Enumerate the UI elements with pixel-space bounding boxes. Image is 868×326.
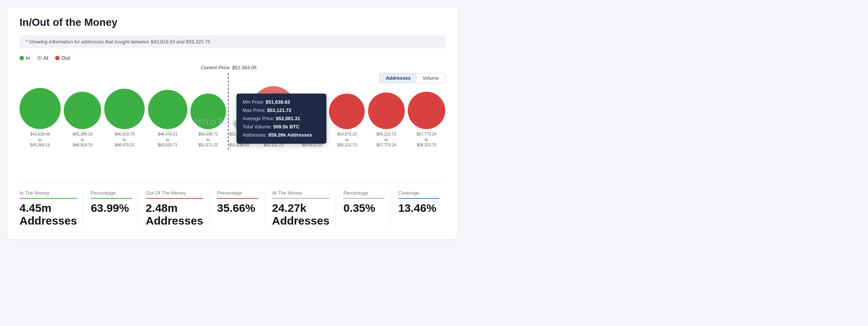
bubble-col-4: $50,020.71 to $51,571.22 xyxy=(190,94,226,148)
current-price-label: Current Price: $51,583.05 xyxy=(201,65,257,70)
summary-label-at-money: At The Money xyxy=(272,190,329,199)
summary-label-coverage: Coverage xyxy=(398,190,439,199)
bubble-col-9: $56,222.73 to $57,773.24 xyxy=(368,92,405,148)
summary-value-in-pct: 63.99% xyxy=(91,202,132,214)
summary-row: In The Money 4.45m Addresses Percentage … xyxy=(19,182,445,227)
tooltip-max: Max Price: $53,121.72 xyxy=(242,106,320,115)
summary-col-at-pct: Percentage 0.35% xyxy=(335,190,390,227)
summary-value-at-pct: 0.35% xyxy=(343,202,384,214)
summary-value-coverage: 13.46% xyxy=(398,202,439,214)
chart-area: intoTheBlock Current Price: $51,583.05 M… xyxy=(19,73,445,170)
legend-item-out: Out xyxy=(55,55,70,61)
page-title: In/Out of the Money xyxy=(19,16,445,28)
summary-label-in-money: In The Money xyxy=(19,190,77,199)
bubble-col-8: $54,672.23 to $56,222.73 xyxy=(329,94,365,148)
summary-label-in-pct: Percentage xyxy=(91,190,132,199)
legend-dot-in xyxy=(19,56,24,60)
summary-col-out-pct: Percentage 35.66% xyxy=(209,190,264,227)
bubble-col-2: $46,919.70 to $48,470.21 xyxy=(104,89,145,148)
tooltip-avg: Average Price: $52,081.31 xyxy=(242,115,320,123)
bubble-0 xyxy=(19,88,61,129)
bubble-col-0: $43,818.69 to $45,369.19 xyxy=(19,88,61,148)
legend-label-out: Out xyxy=(61,55,70,61)
summary-label-out-money: Out Of The Money xyxy=(146,190,203,199)
price-range-1: $45,369.19 to $46,919.70 xyxy=(73,131,93,148)
summary-col-coverage: Coverage 13.46% xyxy=(391,190,445,227)
price-range-0: $43,818.69 to $45,369.19 xyxy=(30,131,50,148)
bubble-col-10: $57,773.24 to $59,323.75 xyxy=(408,92,445,148)
tooltip-vol: Total Volume: 509.5k BTC xyxy=(242,123,320,131)
price-range-3: $48,470.21 to $50,020.71 xyxy=(158,131,178,148)
bubble-1 xyxy=(64,92,101,129)
price-range-2: $46,919.70 to $48,470.21 xyxy=(115,131,135,148)
price-range-8: $54,672.23 to $56,222.73 xyxy=(337,131,357,148)
bubble-8 xyxy=(329,94,365,129)
summary-col-in-money: In The Money 4.45m Addresses xyxy=(19,190,83,227)
bubbles-row: $43,818.69 to $45,369.19 $45,369.19 to $… xyxy=(19,73,445,148)
price-range-10: $57,773.24 to $59,323.75 xyxy=(417,131,437,148)
summary-col-at-money: At The Money 24.27k Addresses xyxy=(264,190,335,227)
legend-dot-at xyxy=(37,56,42,60)
bubble-col-1: $45,369.19 to $46,919.70 xyxy=(64,92,101,148)
summary-col-in-pct: Percentage 63.99% xyxy=(83,190,138,227)
legend-label-in: In xyxy=(26,55,30,61)
tooltip-min: Min Price: $51,638.63 xyxy=(242,98,320,106)
bubble-3 xyxy=(148,90,187,129)
current-price-line: Current Price: $51,583.05 xyxy=(228,73,229,150)
legend-item-at: At xyxy=(37,55,48,61)
subtitle: * Showing information for addresses that… xyxy=(19,35,445,48)
bubble-4 xyxy=(190,94,226,129)
legend: In At Out xyxy=(19,55,445,61)
summary-col-out-money: Out Of The Money 2.48m Addresses xyxy=(138,190,209,227)
summary-label-at-pct: Percentage xyxy=(343,190,384,199)
chart-wrapper: Addresses Volume intoTheBlock Current Pr… xyxy=(19,73,445,170)
summary-value-out-money: 2.48m Addresses xyxy=(146,202,203,227)
bubble-2 xyxy=(104,89,145,129)
main-container: In/Out of the Money * Showing informatio… xyxy=(7,7,457,239)
summary-value-at-money: 24.27k Addresses xyxy=(272,202,329,227)
price-range-9: $56,222.73 to $57,773.24 xyxy=(376,131,396,148)
tooltip-addr: Addresses: 859.26k Addresses xyxy=(242,131,320,139)
summary-value-out-pct: 35.66% xyxy=(217,202,258,214)
legend-label-at: At xyxy=(43,55,48,61)
summary-value-in-money: 4.45m Addresses xyxy=(19,202,77,227)
summary-label-out-pct: Percentage xyxy=(217,190,258,199)
bubble-9 xyxy=(368,92,405,129)
bubble-10 xyxy=(408,92,445,129)
legend-dot-out xyxy=(55,56,60,60)
tooltip-box: Min Price: $51,638.63 Max Price: $53,121… xyxy=(236,94,326,144)
price-range-4: $50,020.71 to $51,571.22 xyxy=(198,131,218,148)
legend-item-in: In xyxy=(19,55,30,61)
bubble-col-3: $48,470.21 to $50,020.71 xyxy=(148,90,187,148)
